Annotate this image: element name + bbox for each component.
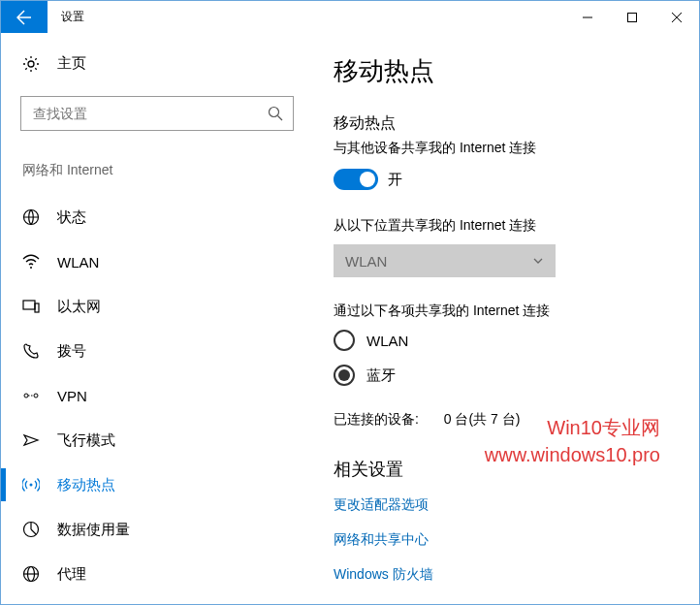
globe-icon: [22, 208, 40, 226]
home-label: 主页: [57, 54, 86, 73]
close-button[interactable]: [654, 1, 699, 33]
minimize-icon: [583, 13, 592, 22]
svg-point-1: [28, 61, 34, 67]
phone-icon: [22, 342, 40, 360]
data-icon: [22, 521, 40, 538]
search-icon: [268, 106, 283, 121]
link-sharing-center[interactable]: 网络和共享中心: [334, 531, 680, 549]
sidebar-item-dialup[interactable]: 拨号: [20, 329, 306, 373]
sidebar-item-wlan[interactable]: WLAN: [20, 239, 306, 284]
chevron-down-icon: [532, 255, 544, 267]
window-title: 设置: [48, 1, 565, 33]
minimize-button[interactable]: [565, 1, 610, 33]
sidebar-item-vpn[interactable]: VPN: [20, 373, 306, 418]
radio-wlan[interactable]: WLAN: [334, 330, 680, 351]
svg-point-8: [34, 394, 38, 398]
sidebar-item-label: 状态: [57, 208, 86, 227]
sidebar-item-label: 拨号: [57, 342, 86, 361]
link-firewall[interactable]: Windows 防火墙: [334, 566, 680, 584]
hotspot-toggle[interactable]: 开: [334, 169, 680, 190]
svg-point-7: [24, 394, 28, 398]
radio-circle-icon: [334, 330, 355, 351]
sidebar-item-label: VPN: [57, 388, 87, 404]
link-adapter-options[interactable]: 更改适配器选项: [334, 496, 680, 514]
maximize-icon: [627, 13, 637, 22]
radio-label: WLAN: [366, 333, 408, 349]
connected-label: 已连接的设备:: [334, 411, 419, 427]
wifi-icon: [22, 253, 40, 271]
share-from-label: 从以下位置共享我的 Internet 连接: [334, 217, 680, 235]
ethernet-icon: [22, 298, 40, 315]
share-description: 与其他设备共享我的 Internet 连接: [334, 140, 680, 157]
sidebar-item-ethernet[interactable]: 以太网: [20, 284, 306, 329]
radio-label: 蓝牙: [366, 366, 396, 385]
svg-point-4: [30, 267, 32, 269]
toggle-track: [334, 169, 378, 190]
airplane-icon: [22, 431, 40, 449]
dropdown-value: WLAN: [345, 253, 387, 270]
search-input[interactable]: [31, 105, 268, 122]
back-button[interactable]: [1, 1, 48, 33]
sidebar-item-label: 代理: [57, 565, 86, 584]
share-from-dropdown[interactable]: WLAN: [334, 244, 556, 277]
vpn-icon: [22, 387, 40, 404]
svg-point-9: [30, 484, 33, 487]
page-title: 移动热点: [334, 54, 680, 88]
sidebar-item-label: 数据使用量: [57, 521, 130, 539]
maximize-button[interactable]: [610, 1, 654, 33]
sidebar-item-hotspot[interactable]: 移动热点: [20, 462, 306, 507]
arrow-left-icon: [16, 10, 32, 25]
share-heading: 移动热点: [334, 113, 680, 134]
sidebar-item-label: WLAN: [57, 254, 99, 271]
share-via-label: 通过以下各项共享我的 Internet 连接: [334, 302, 680, 320]
radio-circle-icon: [334, 365, 355, 386]
svg-rect-6: [35, 303, 39, 312]
sidebar-item-label: 飞行模式: [57, 431, 115, 450]
hotspot-icon: [22, 476, 40, 494]
close-icon: [672, 13, 682, 22]
sidebar-item-label: 移动热点: [57, 476, 115, 494]
section-header: 网络和 Internet: [22, 162, 306, 179]
svg-rect-0: [628, 13, 637, 21]
sidebar-item-airplane[interactable]: 飞行模式: [20, 418, 306, 462]
sidebar-item-proxy[interactable]: 代理: [20, 552, 306, 596]
toggle-state-label: 开: [388, 171, 402, 189]
home-link[interactable]: 主页: [22, 54, 306, 73]
search-box[interactable]: [20, 96, 294, 131]
sidebar-item-label: 以太网: [57, 298, 101, 316]
sidebar-item-status[interactable]: 状态: [20, 195, 306, 239]
svg-rect-5: [23, 301, 35, 309]
sidebar-item-datausage[interactable]: 数据使用量: [20, 507, 306, 552]
svg-point-2: [270, 108, 279, 117]
connected-value: 0 台(共 7 台): [444, 411, 521, 427]
related-heading: 相关设置: [334, 458, 680, 481]
radio-bluetooth[interactable]: 蓝牙: [334, 365, 680, 386]
proxy-icon: [22, 565, 40, 583]
gear-icon: [22, 55, 40, 73]
